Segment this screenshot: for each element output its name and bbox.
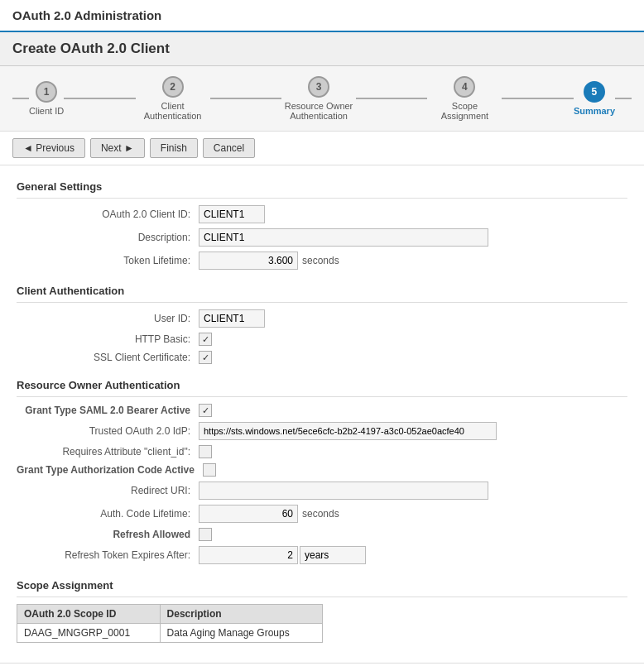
- user-id-input[interactable]: [199, 309, 265, 328]
- scope-table: OAuth 2.0 Scope ID Description DAAG_MNGG…: [17, 604, 323, 643]
- wizard-step-1[interactable]: 1 Client ID: [29, 81, 64, 116]
- requires-attr-checkbox[interactable]: [199, 445, 212, 458]
- wizard-step-1-circle: 1: [36, 81, 57, 103]
- top-cancel-button[interactable]: Cancel: [203, 138, 255, 158]
- wizard-step-3-label: Resource Owner Authentication: [281, 101, 356, 121]
- http-basic-row: HTTP Basic:: [17, 333, 627, 346]
- token-lifetime-input[interactable]: [199, 252, 298, 270]
- wizard-line-1: [64, 98, 135, 99]
- wizard-step-2-label: Client Authentication: [136, 101, 210, 121]
- token-lifetime-label: Token Lifetime:: [17, 255, 199, 266]
- scope-desc-cell: Data Aging Manage Groups: [160, 624, 322, 643]
- scope-table-header-desc: Description: [160, 605, 322, 624]
- scope-table-header-row: OAuth 2.0 Scope ID Description: [17, 605, 323, 624]
- saml-label: Grant Type SAML 2.0 Bearer Active: [17, 405, 199, 416]
- refresh-expires-label: Refresh Token Expires After:: [17, 549, 199, 561]
- wizard-line-4: [502, 98, 573, 99]
- scope-assignment-section: Scope Assignment OAuth 2.0 Scope ID Desc…: [17, 573, 627, 643]
- refresh-expires-suffix: [298, 546, 366, 564]
- wizard-line-3: [356, 98, 427, 99]
- description-label: Description:: [17, 232, 199, 243]
- resource-owner-section: Resource Owner Authentication Grant Type…: [17, 372, 627, 564]
- refresh-expires-row: Refresh Token Expires After:: [17, 546, 627, 564]
- wizard-line-2: [210, 98, 281, 99]
- top-previous-button[interactable]: ◄ Previous: [12, 138, 85, 158]
- http-basic-checkbox[interactable]: [199, 333, 212, 346]
- general-settings-title: General Settings: [17, 174, 627, 199]
- trusted-idp-input[interactable]: [199, 422, 497, 440]
- refresh-allowed-row: Refresh Allowed: [17, 528, 627, 541]
- wizard-step-2-circle: 2: [162, 76, 184, 98]
- wizard-end-line: [615, 98, 632, 99]
- user-id-label: User ID:: [17, 313, 199, 324]
- wizard-step-4[interactable]: 4 Scope Assignment: [427, 76, 502, 121]
- requires-attr-row: Requires Attribute "client_id":: [17, 445, 627, 458]
- client-id-label: OAuth 2.0 Client ID:: [17, 208, 199, 220]
- resource-owner-title: Resource Owner Authentication: [17, 372, 627, 397]
- token-lifetime-row: Token Lifetime: seconds: [17, 252, 627, 270]
- app-title: OAuth 2.0 Administration: [12, 8, 161, 22]
- user-id-row: User ID:: [17, 309, 627, 328]
- ssl-cert-row: SSL Client Certificate:: [17, 351, 627, 364]
- description-input[interactable]: [199, 228, 488, 247]
- general-settings-section: General Settings OAuth 2.0 Client ID: De…: [17, 174, 627, 270]
- scope-id-cell: DAAG_MNGGRP_0001: [17, 624, 161, 643]
- http-basic-label: HTTP Basic:: [17, 333, 199, 345]
- client-id-row: OAuth 2.0 Client ID:: [17, 205, 627, 223]
- wizard-step-5-circle: 5: [584, 81, 605, 103]
- auth-code-lifetime-label: Auth. Code Lifetime:: [17, 508, 199, 520]
- bottom-toolbar: ◄ Previous Next ► Finish Cancel: [0, 663, 644, 666]
- refresh-expires-input[interactable]: [199, 546, 298, 564]
- scope-table-header-id: OAuth 2.0 Scope ID: [17, 605, 161, 624]
- wizard-step-2[interactable]: 2 Client Authentication: [136, 76, 210, 121]
- refresh-allowed-label: Refresh Allowed: [17, 529, 199, 540]
- redirect-uri-label: Redirect URI:: [17, 485, 199, 496]
- wizard-step-3[interactable]: 3 Resource Owner Authentication: [281, 76, 356, 121]
- refresh-expires-unit-input[interactable]: [300, 546, 366, 564]
- description-row: Description:: [17, 228, 627, 247]
- top-toolbar: ◄ Previous Next ► Finish Cancel: [0, 132, 644, 165]
- refresh-allowed-checkbox[interactable]: [199, 528, 212, 541]
- trusted-idp-label: Trusted OAuth 2.0 IdP:: [17, 425, 199, 437]
- redirect-uri-row: Redirect URI:: [17, 482, 627, 500]
- main-content: General Settings OAuth 2.0 Client ID: De…: [0, 165, 644, 659]
- auth-code-lifetime-input[interactable]: [199, 505, 298, 523]
- page-header: OAuth 2.0 Administration: [0, 0, 644, 32]
- client-auth-section: Client Authentication User ID: HTTP Basi…: [17, 278, 627, 364]
- auth-code-lifetime-suffix: seconds: [302, 508, 339, 520]
- auth-code-checkbox[interactable]: [203, 463, 216, 477]
- ssl-cert-checkbox[interactable]: [199, 351, 212, 364]
- wizard-step-5[interactable]: 5 Summary: [574, 81, 615, 116]
- auth-code-lifetime-row: Auth. Code Lifetime: seconds: [17, 505, 627, 523]
- wizard-start-line: [12, 98, 29, 99]
- wizard-step-4-label: Scope Assignment: [427, 101, 502, 121]
- wizard-step-5-label: Summary: [574, 106, 615, 116]
- trusted-idp-row: Trusted OAuth 2.0 IdP:: [17, 422, 627, 440]
- wizard-step-3-circle: 3: [308, 76, 329, 98]
- auth-code-row: Grant Type Authorization Code Active: [17, 463, 627, 477]
- scope-assignment-title: Scope Assignment: [17, 573, 627, 597]
- ssl-cert-label: SSL Client Certificate:: [17, 352, 199, 363]
- scope-table-body: DAAG_MNGGRP_0001Data Aging Manage Groups: [17, 624, 323, 643]
- requires-attr-label: Requires Attribute "client_id":: [17, 446, 199, 458]
- auth-code-label: Grant Type Authorization Code Active: [17, 464, 203, 476]
- panel: Create OAuth 2.0 Client: [0, 32, 644, 66]
- redirect-uri-input[interactable]: [199, 482, 488, 500]
- top-finish-button[interactable]: Finish: [150, 138, 198, 158]
- saml-checkbox[interactable]: [199, 404, 212, 417]
- wizard-step-4-circle: 4: [454, 76, 475, 98]
- client-auth-title: Client Authentication: [17, 278, 627, 303]
- table-row: DAAG_MNGGRP_0001Data Aging Manage Groups: [17, 624, 323, 643]
- page-title: Create OAuth 2.0 Client: [12, 41, 170, 56]
- wizard-step-1-label: Client ID: [29, 106, 64, 116]
- client-id-input[interactable]: [199, 205, 265, 223]
- top-next-button[interactable]: Next ►: [90, 138, 145, 158]
- wizard-bar: 1 Client ID 2 Client Authentication 3 Re…: [0, 66, 644, 132]
- token-lifetime-suffix: seconds: [302, 255, 339, 266]
- saml-row: Grant Type SAML 2.0 Bearer Active: [17, 404, 627, 417]
